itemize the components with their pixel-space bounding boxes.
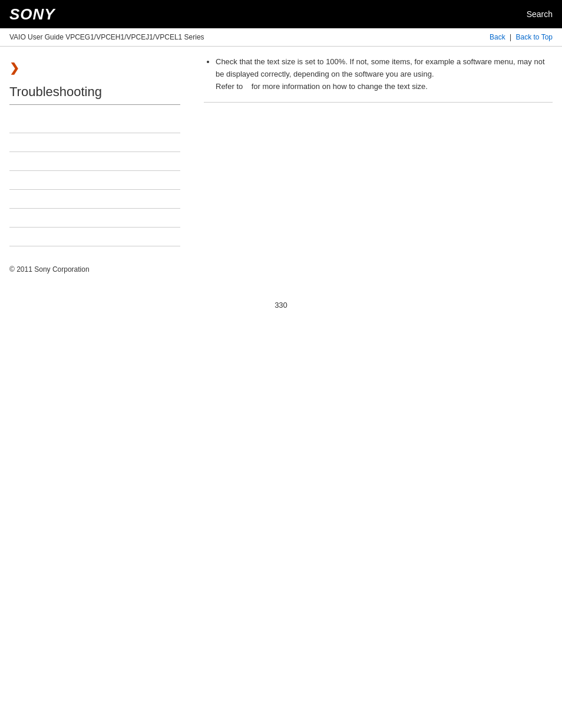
search-button[interactable]: Search — [527, 9, 553, 19]
back-link[interactable]: Back — [490, 33, 505, 41]
main-content: ❯ Troubleshooting — [0, 47, 562, 256]
breadcrumb-bar: VAIO User Guide VPCEG1/VPCEH1/VPCEJ1/VPC… — [0, 28, 562, 47]
sidebar-link-4[interactable] — [9, 176, 11, 185]
list-item: Check that the text size is set to 100%.… — [216, 56, 553, 93]
nav-separator: | — [510, 33, 511, 41]
sidebar-link-2[interactable] — [9, 139, 11, 147]
page-number: 330 — [0, 283, 562, 327]
sidebar-link-6[interactable] — [9, 214, 11, 222]
footer: © 2011 Sony Corporation — [0, 256, 562, 283]
sidebar-link-5[interactable] — [9, 195, 11, 203]
list-item — [9, 228, 180, 246]
content-divider — [204, 102, 553, 103]
content-list: Check that the text size is set to 100%.… — [204, 56, 553, 93]
content-area: Check that the text size is set to 100%.… — [192, 56, 553, 246]
list-item — [9, 171, 180, 190]
sidebar-arrow-icon: ❯ — [9, 61, 180, 75]
breadcrumb: VAIO User Guide VPCEG1/VPCEH1/VPCEJ1/VPC… — [9, 33, 204, 41]
sidebar-link-1[interactable] — [9, 120, 11, 128]
nav-links: Back | Back to Top — [490, 33, 553, 41]
back-to-top-link[interactable]: Back to Top — [516, 33, 553, 41]
sidebar-link-3[interactable] — [9, 157, 11, 166]
list-item — [9, 152, 180, 171]
refer-suffix: for more information on how to change th… — [252, 82, 428, 91]
list-item — [9, 133, 180, 152]
list-item — [9, 114, 180, 133]
header: SONY Search — [0, 0, 562, 28]
copyright-text: © 2011 Sony Corporation — [9, 265, 90, 274]
list-item — [9, 190, 180, 209]
bullet-text-1: Check that the text size is set to 100%.… — [216, 57, 545, 78]
section-title: Troubleshooting — [9, 84, 180, 105]
sony-logo: SONY — [9, 5, 55, 24]
sidebar-links — [9, 114, 180, 246]
sidebar: ❯ Troubleshooting — [9, 56, 192, 246]
list-item — [9, 209, 180, 228]
refer-prefix: Refer to — [216, 82, 243, 91]
sidebar-link-7[interactable] — [9, 233, 11, 241]
